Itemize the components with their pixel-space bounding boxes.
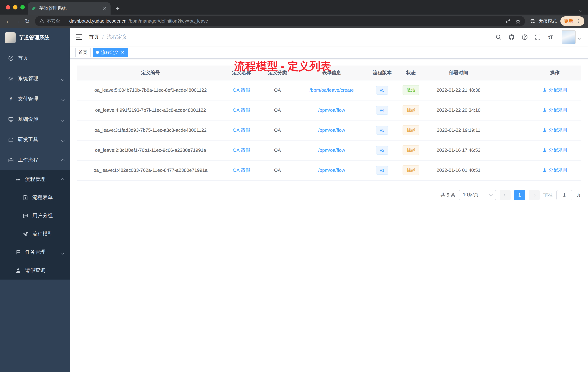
github-icon[interactable] <box>508 34 515 41</box>
sidebar-logo[interactable]: 芋道管理系统 <box>0 28 70 48</box>
definition-name-link[interactable]: OA 请假 <box>233 127 250 133</box>
page-size-select[interactable]: 10条/页 <box>459 190 496 200</box>
assign-rule-link[interactable]: 分配规则 <box>543 127 567 133</box>
tag-home[interactable]: 首页 <box>75 48 91 57</box>
logo-title: 芋道管理系统 <box>19 34 50 41</box>
definition-name-link[interactable]: OA 请假 <box>233 107 250 113</box>
tags-view: 首页 流程定义 ✕ <box>70 47 588 59</box>
page-unit-label: 页 <box>576 192 581 198</box>
reload-icon[interactable]: ↻ <box>22 16 32 26</box>
user-icon <box>543 168 547 172</box>
chat-icon <box>22 213 28 219</box>
sidebar-item-process-model[interactable]: 流程模型 <box>0 225 70 243</box>
sidebar-item-payment[interactable]: ¥ 支付管理 <box>0 89 70 109</box>
sidebar-item-leave-query[interactable]: 请假查询 <box>0 261 70 280</box>
version-badge: v3 <box>376 126 388 134</box>
definition-table: 定义编号 定义名称 定义分类 表单信息 流程版本 状态 部署时间 操作 <box>77 66 581 180</box>
sidebar-item-system-management[interactable]: 系统管理 <box>0 68 70 89</box>
sidebar-item-home[interactable]: 首页 <box>0 48 70 68</box>
url-host: dashboard.yudao.iocoder.cn <box>69 19 126 24</box>
new-tab-button[interactable]: + <box>116 5 120 12</box>
goto-page-input[interactable] <box>556 190 572 200</box>
status-badge: 激活 <box>403 85 419 95</box>
prev-page-button[interactable] <box>500 190 511 200</box>
fullscreen-icon[interactable] <box>534 34 541 41</box>
form-link[interactable]: /bpm/oa/flow <box>318 107 345 113</box>
sidebar-item-user-group[interactable]: 用户分组 <box>0 207 70 225</box>
user-icon <box>15 268 21 273</box>
tag-close-icon[interactable]: ✕ <box>121 50 124 55</box>
definition-name-link[interactable]: OA 请假 <box>233 87 250 93</box>
url-path: /bpm/manager/definition?key=oa_leave <box>128 19 208 24</box>
definition-name-link[interactable]: OA 请假 <box>233 147 250 153</box>
assign-rule-link[interactable]: 分配规则 <box>543 107 567 113</box>
sidebar-item-label: 首页 <box>18 55 28 62</box>
sidebar-item-label: 基础设施 <box>18 116 38 123</box>
font-size-icon[interactable]: tT <box>547 34 554 41</box>
definition-category: OA <box>259 160 296 180</box>
help-icon[interactable] <box>521 34 528 41</box>
definition-name-link[interactable]: OA 请假 <box>233 167 250 173</box>
menu-dots-icon[interactable] <box>576 19 581 24</box>
password-key-icon[interactable] <box>505 18 511 24</box>
zoom-window-button[interactable] <box>20 5 25 10</box>
forward-icon[interactable]: → <box>13 16 22 26</box>
next-page-button[interactable] <box>529 190 540 200</box>
address-bar: ← → ↻ 不安全 dashboard.yudao.iocoder.cn /bp… <box>0 15 588 28</box>
assign-rule-link[interactable]: 分配规则 <box>543 167 567 173</box>
tag-process-definition[interactable]: 流程定义 ✕ <box>93 48 128 57</box>
incognito-icon <box>529 18 536 24</box>
chevron-down-icon <box>62 249 64 255</box>
sidebar-item-infrastructure[interactable]: 基础设施 <box>0 109 70 130</box>
sidebar-item-label: 工作流程 <box>18 157 38 164</box>
sidebar-item-task-management[interactable]: 任务管理 <box>0 243 70 261</box>
search-icon[interactable] <box>495 34 502 41</box>
form-link[interactable]: /bpm/oa/flow <box>318 147 345 153</box>
back-icon[interactable]: ← <box>4 16 13 26</box>
tab-search-icon[interactable] <box>580 6 582 13</box>
column-spacer <box>492 66 529 80</box>
sidebar-item-workflow[interactable]: 工作流程 <box>0 150 70 170</box>
sidebar: 芋道管理系统 首页 系统管理 <box>0 28 70 372</box>
chevron-down-icon <box>62 137 64 143</box>
sidebar-toggle-icon[interactable] <box>75 33 83 41</box>
close-window-button[interactable] <box>6 5 10 10</box>
briefcase-icon <box>8 157 14 163</box>
sidebar-item-process-management[interactable]: 流程管理 <box>0 170 70 188</box>
column-header: 流程版本 <box>367 66 397 80</box>
flag-icon <box>15 249 21 255</box>
user-icon <box>543 88 547 92</box>
form-link[interactable]: /bpm/oa/flow <box>318 167 345 173</box>
sidebar-item-dev-tools[interactable]: 研发工具 <box>0 130 70 150</box>
tab-close-icon[interactable]: ✕ <box>103 6 107 11</box>
bookmark-star-icon[interactable] <box>515 18 521 24</box>
dashboard-icon <box>8 55 14 61</box>
chevron-up-icon <box>62 157 64 163</box>
spacer-cell <box>492 160 529 180</box>
form-link[interactable]: /bpm/oa/flow <box>318 127 345 133</box>
assign-rule-link[interactable]: 分配规则 <box>543 87 567 93</box>
page-content: 定义编号 定义名称 定义分类 表单信息 流程版本 状态 部署时间 操作 <box>70 59 588 372</box>
logo-avatar <box>5 33 16 43</box>
user-menu[interactable] <box>562 30 581 44</box>
version-badge: v5 <box>376 86 388 94</box>
breadcrumb-home[interactable]: 首页 <box>89 34 99 40</box>
version-badge: v4 <box>376 106 388 114</box>
page-1-button[interactable]: 1 <box>514 190 525 200</box>
browser-tab[interactable]: 芋道管理系统 ✕ <box>28 2 111 15</box>
minimize-window-button[interactable] <box>13 5 17 10</box>
deploy-time: 2022-01-22 19:19:11 <box>425 120 492 140</box>
column-header: 部署时间 <box>425 66 492 80</box>
sidebar-item-label: 请假查询 <box>25 267 45 274</box>
url-input[interactable]: 不安全 dashboard.yudao.iocoder.cn /bpm/mana… <box>35 16 525 26</box>
sidebar-item-process-form[interactable]: 流程表单 <box>0 188 70 207</box>
security-label: 不安全 <box>47 18 60 24</box>
update-chip[interactable]: 更新 <box>560 16 584 26</box>
assign-rule-link[interactable]: 分配规则 <box>543 147 567 153</box>
active-dot <box>96 51 99 54</box>
chevron-down-icon <box>489 193 493 196</box>
avatar[interactable] <box>562 30 576 44</box>
svg-text:¥: ¥ <box>10 97 12 101</box>
form-link[interactable]: /bpm/oa/leave/create <box>310 87 354 93</box>
tab-title: 芋道管理系统 <box>39 5 100 11</box>
